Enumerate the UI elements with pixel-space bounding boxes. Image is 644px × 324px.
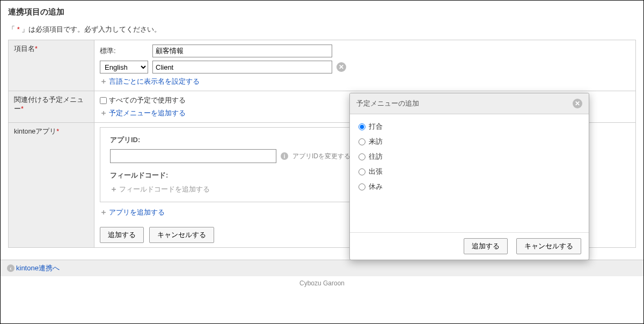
modal-radio-item[interactable]: 往訪: [358, 152, 580, 161]
modal-radio-label: 来訪: [369, 137, 383, 146]
remove-language-icon[interactable]: ✕: [336, 62, 346, 72]
modal-radio-label: 出張: [369, 167, 383, 176]
schedule-menu-label-cell: 関連付ける予定メニュー*: [9, 91, 94, 123]
modal-radio-item[interactable]: 来訪: [358, 137, 580, 146]
standard-input[interactable]: [152, 45, 332, 57]
back-link[interactable]: ‹ kintone連携へ: [7, 263, 60, 273]
modal-radio-item[interactable]: 打合: [358, 122, 580, 131]
modal-radio-input[interactable]: [358, 153, 365, 160]
plus-icon: ＋: [100, 108, 107, 118]
field-name-label-cell: 項目名*: [9, 40, 94, 91]
add-app-link[interactable]: ＋ アプリを追加する: [100, 208, 165, 217]
brand-label: Cybozu Garoon: [1, 276, 643, 290]
modal-radio-label: 休み: [369, 182, 383, 192]
modal-add-button[interactable]: 追加する: [464, 238, 508, 254]
info-icon: i: [281, 152, 288, 160]
standard-label: 標準:: [100, 46, 148, 56]
modal-close-icon[interactable]: ✕: [573, 99, 582, 108]
plus-icon: ＋: [110, 185, 118, 194]
page-title: 連携項目の追加: [8, 7, 636, 17]
modal-radio-input[interactable]: [358, 168, 365, 175]
modal-radio-input[interactable]: [358, 183, 365, 190]
modal-radio-label: 往訪: [369, 152, 383, 161]
modal-radio-input[interactable]: [358, 123, 365, 130]
modal-radio-item[interactable]: 出張: [358, 167, 580, 176]
use-all-schedules-label: すべての予定で使用する: [109, 95, 186, 105]
app-id-input[interactable]: [110, 149, 276, 163]
modal-title: 予定メニューの追加: [356, 99, 419, 108]
language-select[interactable]: English: [100, 61, 148, 73]
field-name-value-cell: 標準: English ✕ ＋ 言語ごとに表示名を設定する: [94, 40, 636, 91]
add-button[interactable]: 追加する: [100, 227, 144, 243]
modal-cancel-button[interactable]: キャンセルする: [516, 238, 581, 254]
cancel-button[interactable]: キャンセルする: [149, 227, 214, 243]
add-field-code-link: ＋ フィールドコードを追加する: [110, 185, 210, 194]
modal-radio-item[interactable]: 休み: [358, 182, 580, 192]
language-input[interactable]: [152, 61, 332, 73]
add-language-link[interactable]: ＋ 言語ごとに表示名を設定する: [100, 77, 200, 86]
modal-radio-label: 打合: [369, 122, 383, 131]
kintone-app-label-cell: kintoneアプリ*: [9, 123, 94, 248]
schedule-menu-modal: 予定メニューの追加 ✕ 打合来訪往訪出張休み 追加する キャンセルする: [349, 93, 589, 260]
modal-radio-input[interactable]: [358, 138, 365, 145]
plus-icon: ＋: [100, 208, 107, 217]
plus-icon: ＋: [100, 77, 107, 86]
add-schedule-menu-link[interactable]: ＋ 予定メニューを追加する: [100, 108, 186, 118]
chevron-left-icon: ‹: [7, 264, 14, 272]
use-all-schedules-checkbox[interactable]: [100, 97, 107, 104]
required-note: 「 * 」は必須項目です。必ず入力してください。: [8, 25, 636, 34]
